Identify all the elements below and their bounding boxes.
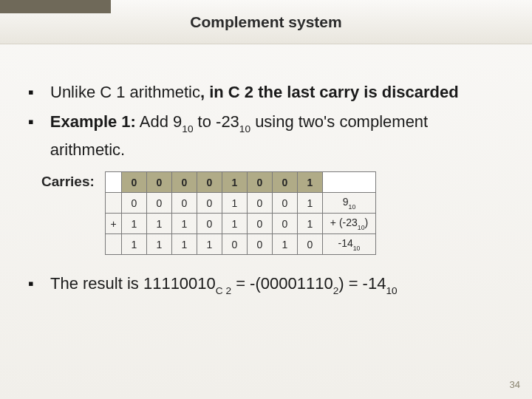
op-cell xyxy=(106,234,122,255)
bit-cell: 0 xyxy=(147,193,172,214)
bit-cell: 1 xyxy=(172,234,197,255)
note-a-val: 9 xyxy=(343,196,349,208)
carry-bit: 1 xyxy=(222,172,248,193)
note-b-post: ) xyxy=(364,216,368,228)
carry-bit: 0 xyxy=(172,172,197,193)
bullet-2-text: Example 1: Add 910 to -2310 using two's … xyxy=(50,111,504,161)
bullet-1: ▪ Unlike C 1 arithmetic, in C 2 the last… xyxy=(28,81,504,103)
carry-note xyxy=(323,172,376,193)
bit-cell: 1 xyxy=(222,193,248,214)
bit-cell: 0 xyxy=(172,193,197,214)
bullet-marker-icon: ▪ xyxy=(28,81,50,103)
carry-bit: 0 xyxy=(273,172,298,193)
bullet-2-sub1: 10 xyxy=(182,123,193,134)
carry-bit: 0 xyxy=(122,172,147,193)
result-row: 1 1 1 1 0 0 1 0 -1410 xyxy=(106,234,376,255)
bit-cell: 1 xyxy=(122,214,147,234)
result-pre: The result is 11110010 xyxy=(50,274,216,293)
carry-row: 0 0 0 0 1 0 0 1 xyxy=(106,172,376,193)
title-accent xyxy=(0,0,111,13)
bullet-marker-icon: ▪ xyxy=(28,111,50,161)
carry-bit: 0 xyxy=(147,172,172,193)
bit-cell: 1 xyxy=(147,234,172,255)
bit-cell: 1 xyxy=(298,214,323,234)
bullet-2b: Add 9 xyxy=(136,112,182,131)
carry-bit: 0 xyxy=(248,172,273,193)
operand-a-note: 910 xyxy=(323,193,376,214)
bit-cell: 0 xyxy=(273,214,298,234)
bit-cell: 1 xyxy=(222,214,248,234)
result-note: -1410 xyxy=(323,234,376,255)
operand-b-row: + 1 1 1 0 1 0 0 1 + (-2310) xyxy=(106,214,376,234)
bit-cell: 0 xyxy=(222,234,248,255)
bullet-2: ▪ Example 1: Add 910 to -2310 using two'… xyxy=(28,111,504,161)
bit-cell: 0 xyxy=(248,234,273,255)
arithmetic-example: Carries: 0 0 0 0 1 0 0 1 0 0 xyxy=(41,171,504,255)
page-number: 34 xyxy=(510,379,520,390)
arithmetic-table: 0 0 0 0 1 0 0 1 0 0 0 0 1 0 xyxy=(105,171,376,255)
bullet-1-text: Unlike C 1 arithmetic, in C 2 the last c… xyxy=(50,81,459,103)
result-mid: = -(00001110 xyxy=(231,274,333,293)
bullet-2c: to -23 xyxy=(193,112,239,131)
note-r-val: -14 xyxy=(338,237,353,249)
result-sub3: 10 xyxy=(386,285,397,296)
bit-cell: 1 xyxy=(122,234,147,255)
note-b-sub: 10 xyxy=(358,224,365,231)
carry-op-cell xyxy=(106,172,122,193)
operand-a-row: 0 0 0 0 1 0 0 1 910 xyxy=(106,193,376,214)
result-sub1: C 2 xyxy=(216,285,231,296)
bit-cell: 0 xyxy=(197,193,222,214)
result-mid2: ) = -14 xyxy=(338,274,386,293)
note-b-pre: + (-23 xyxy=(330,216,358,228)
carries-label: Carries: xyxy=(41,171,99,190)
note-a-sub: 10 xyxy=(349,203,356,211)
carry-bit: 1 xyxy=(298,172,323,193)
bit-cell: 1 xyxy=(197,234,222,255)
bit-cell: 0 xyxy=(273,193,298,214)
operand-b-note: + (-2310) xyxy=(323,214,376,234)
slide-body: ▪ Unlike C 1 arithmetic, in C 2 the last… xyxy=(0,44,532,301)
carry-bit: 0 xyxy=(197,172,222,193)
bullet-2a: Example 1: xyxy=(50,112,136,131)
bit-cell: 0 xyxy=(248,193,273,214)
bit-cell: 1 xyxy=(147,214,172,234)
op-cell xyxy=(106,193,122,214)
bit-cell: 0 xyxy=(298,234,323,255)
bit-cell: 0 xyxy=(122,193,147,214)
bullet-1-part-b: , in C 2 the last carry is discarded xyxy=(200,83,459,101)
bit-cell: 0 xyxy=(248,214,273,234)
note-r-sub: 10 xyxy=(353,245,361,252)
slide-title: Complement system xyxy=(190,13,341,31)
result-sub2: 2 xyxy=(333,285,339,296)
bit-cell: 1 xyxy=(172,214,197,234)
result-text: The result is 11110010C 2 = -(000011102)… xyxy=(50,273,398,301)
bit-cell: 0 xyxy=(197,214,222,234)
bit-cell: 1 xyxy=(273,234,298,255)
plus-cell: + xyxy=(106,214,122,234)
bit-cell: 1 xyxy=(298,193,323,214)
bullet-marker-icon: ▪ xyxy=(28,273,50,301)
bullet-result: ▪ The result is 11110010C 2 = -(00001110… xyxy=(28,273,504,301)
bullet-1-part-a: Unlike C 1 arithmetic xyxy=(50,83,200,101)
bullet-2-sub2: 10 xyxy=(239,123,250,134)
